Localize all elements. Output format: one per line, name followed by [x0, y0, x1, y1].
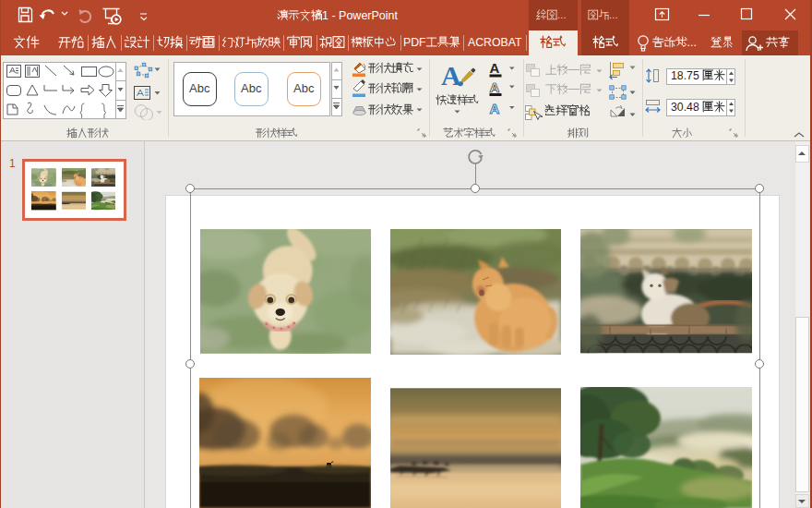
svg-text:...: ...	[687, 36, 697, 49]
svg-text:...: ...	[609, 9, 618, 20]
svg-text:A: A	[441, 60, 461, 91]
svg-text:18.75: 18.75	[671, 69, 699, 82]
svg-text:30.48: 30.48	[671, 101, 699, 114]
svg-text:ACROBAT: ACROBAT	[468, 36, 522, 49]
svg-text:Abc: Abc	[189, 81, 210, 95]
svg-text:Abc: Abc	[293, 81, 315, 95]
svg-text:A: A	[489, 61, 499, 76]
svg-text:PDF: PDF	[403, 36, 426, 49]
svg-text:...: ...	[557, 9, 567, 20]
svg-text:1 - PowerPoint: 1 - PowerPoint	[322, 9, 399, 22]
svg-text:A: A	[489, 101, 499, 116]
svg-text:A: A	[489, 79, 499, 95]
svg-text:1: 1	[9, 156, 16, 169]
svg-text:Abc: Abc	[241, 81, 262, 95]
